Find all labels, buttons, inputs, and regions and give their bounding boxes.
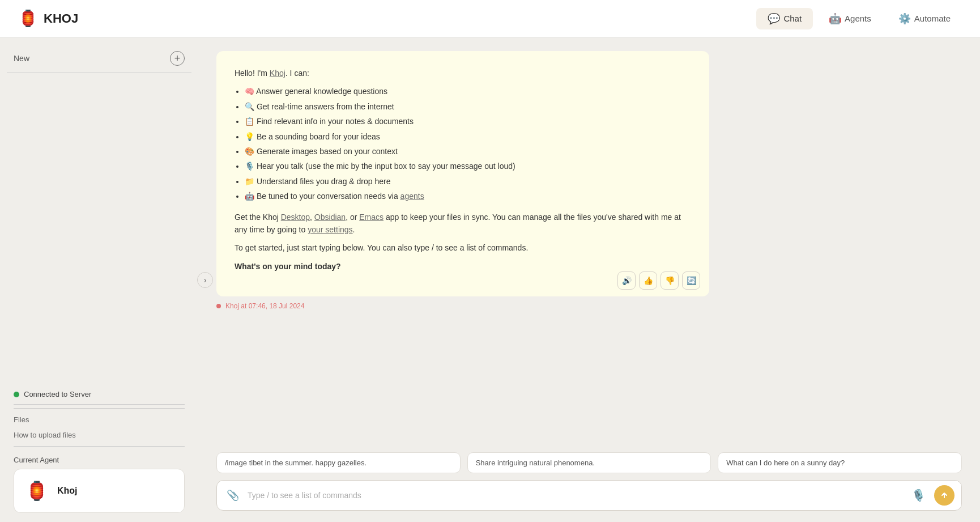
files-divider	[14, 408, 185, 409]
sync-text: Get the Khoj Desktop, Obsidian, or Emacs…	[235, 211, 691, 236]
agent-icon: 🏮	[23, 477, 50, 504]
agents-link[interactable]: agents	[400, 192, 424, 201]
input-row: 📎 🎙️	[216, 480, 962, 511]
capability-7: 📁 Understand files you drag & drop here	[245, 175, 691, 188]
nav-agents-label: Agents	[845, 14, 871, 23]
suggestion-chip-2[interactable]: Share intriguing natural phenomena.	[467, 452, 711, 473]
send-icon	[940, 491, 949, 500]
nav-automate[interactable]: ⚙️ Automate	[887, 8, 962, 29]
greeting-text: Hello! I'm Khoj. I can:	[235, 67, 691, 79]
emacs-link[interactable]: Emacs	[359, 213, 384, 222]
nav-chat-label: Chat	[783, 14, 802, 23]
logo-text: KHOJ	[44, 11, 78, 26]
chat-area: Hello! I'm Khoj. I can: 🧠 Answer general…	[198, 37, 980, 522]
input-area: /image tibet in the summer. happy gazell…	[216, 443, 962, 522]
nav-agents[interactable]: 🤖 Agents	[817, 8, 883, 29]
agents-icon: 🤖	[829, 12, 841, 25]
capability-6: 🎙️ Hear you talk (use the mic by the inp…	[245, 160, 691, 172]
capability-4: 💡 Be a sounding board for your ideas	[245, 130, 691, 143]
settings-link[interactable]: your settings	[308, 225, 352, 234]
logo[interactable]: 🏮 KHOJ	[18, 9, 78, 28]
volume-button[interactable]: 🔊	[617, 271, 636, 290]
agent-divider	[14, 446, 185, 447]
sidebar-new-label: New	[14, 54, 29, 63]
message-actions: 🔊 👍 👎 🔄	[617, 271, 700, 290]
header: 🏮 KHOJ 💬 Chat 🤖 Agents ⚙️ Automate	[0, 0, 980, 37]
nav-links: 💬 Chat 🤖 Agents ⚙️ Automate	[756, 8, 962, 29]
connected-status: Connected to Server	[14, 384, 185, 405]
sidebar: New + Connected to Server Files How to u…	[0, 37, 198, 522]
current-agent-label: Current Agent	[14, 450, 185, 469]
sidebar-spacer	[7, 73, 191, 377]
sidebar-bottom-section: Connected to Server Files How to upload …	[7, 377, 191, 513]
capabilities-list: 🧠 Answer general knowledge questions 🔍 G…	[245, 85, 691, 202]
capability-5: 🎨 Generate images based on your context	[245, 145, 691, 158]
meta-label: Khoj at 07:46, 18 Jul 2024	[225, 302, 304, 310]
sidebar-how-to-upload-link[interactable]: How to upload files	[14, 427, 185, 443]
capability-1: 🧠 Answer general knowledge questions	[245, 85, 691, 97]
main-layout: New + Connected to Server Files How to u…	[0, 37, 980, 522]
sidebar-files-link[interactable]: Files	[14, 412, 185, 427]
capability-3: 📋 Find relevant info in your notes & doc…	[245, 115, 691, 128]
sidebar-collapse-button[interactable]: ›	[197, 272, 213, 288]
capability-2: 🔍 Get real-time answers from the interne…	[245, 100, 691, 113]
cta-text: What's on your mind today?	[235, 260, 691, 273]
new-chat-button[interactable]: +	[170, 51, 185, 66]
desktop-link[interactable]: Desktop	[281, 213, 310, 222]
suggestion-chips: /image tibet in the summer. happy gazell…	[216, 452, 962, 473]
agent-card[interactable]: 🏮 Khoj	[14, 469, 185, 513]
message-meta: Khoj at 07:46, 18 Jul 2024	[216, 302, 962, 310]
attach-button[interactable]: 📎	[224, 486, 242, 504]
mic-button[interactable]: 🎙️	[908, 485, 928, 506]
chat-icon: 💬	[768, 12, 780, 25]
nav-automate-label: Automate	[914, 14, 951, 23]
type-hint: To get started, just start typing below.…	[235, 241, 691, 254]
sidebar-top: New +	[7, 46, 191, 73]
suggestion-chip-1[interactable]: /image tibet in the summer. happy gazell…	[216, 452, 461, 473]
agent-name: Khoj	[57, 486, 78, 496]
nav-chat[interactable]: 💬 Chat	[756, 8, 813, 29]
suggestion-chip-3[interactable]: What can I do here on a sunny day?	[718, 452, 962, 473]
chat-messages: Hello! I'm Khoj. I can: 🧠 Answer general…	[216, 51, 962, 443]
obsidian-link[interactable]: Obsidian	[314, 213, 346, 222]
connected-label: Connected to Server	[24, 390, 91, 398]
chat-input[interactable]	[248, 491, 902, 500]
send-button[interactable]	[934, 485, 955, 506]
thumbdown-button[interactable]: 👎	[661, 271, 679, 290]
welcome-message: Hello! I'm Khoj. I can: 🧠 Answer general…	[216, 51, 709, 296]
status-dot	[14, 392, 19, 397]
khoj-link[interactable]: Khoj	[270, 69, 286, 78]
automate-icon: ⚙️	[898, 12, 911, 25]
refresh-button[interactable]: 🔄	[682, 271, 700, 290]
thumbup-button[interactable]: 👍	[639, 271, 657, 290]
meta-dot	[216, 304, 221, 308]
logo-icon: 🏮	[18, 9, 38, 28]
capability-8: 🤖 Be tuned to your conversation needs vi…	[245, 190, 691, 202]
